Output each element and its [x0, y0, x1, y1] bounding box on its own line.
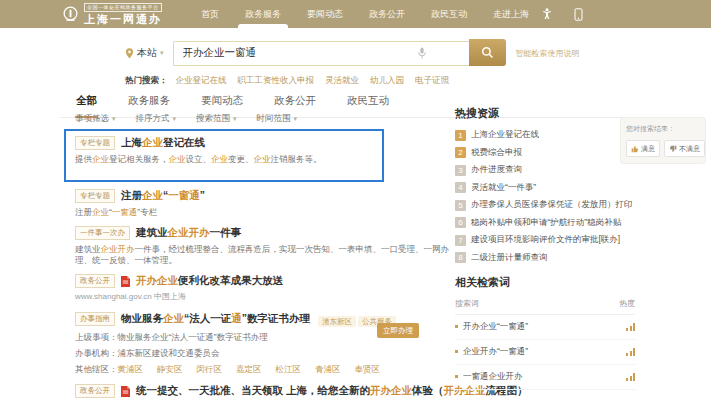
- regions-line: 其他辖区： 黄浦区静安区闵行区嘉定区松江区青浦区奉贤区: [75, 364, 453, 376]
- heat-bars-icon: [625, 323, 636, 331]
- search-scope-dropdown[interactable]: 本站 ▾: [125, 46, 164, 60]
- nav-item-home[interactable]: 首页: [188, 0, 232, 28]
- hot-resources-title: 热搜资源: [455, 106, 635, 121]
- nav-item-interaction[interactable]: 政民互动: [418, 0, 480, 28]
- logo-emblem-icon: [62, 6, 79, 23]
- satisfied-button[interactable]: 满意: [626, 140, 660, 157]
- top-header: 全国一体化在线政务服务平台 上海一网通办 首页 政务服务 要闻动态 政务公开 政…: [0, 0, 711, 28]
- rank-badge: 4: [455, 182, 466, 193]
- microphone-icon[interactable]: [417, 47, 427, 60]
- related-term-row[interactable]: 企业开办“一窗通”: [455, 340, 635, 365]
- rank-badge: 2: [455, 147, 466, 158]
- region-link[interactable]: 闵行区: [197, 364, 223, 376]
- result-item-2: 专栏专题 注册企业“一窗通” 注册企业“一窗通”专栏: [75, 189, 453, 218]
- result-type-badge: 专栏专题: [75, 136, 115, 150]
- highlight-box: 专栏专题 上海企业登记在线 提供企业登记相关服务，企业设立、企业变更、企业注销服…: [64, 129, 384, 182]
- rank-badge: 3: [455, 165, 466, 176]
- region-link[interactable]: 黄浦区: [118, 364, 144, 376]
- result-type-badge: 办事指南: [75, 312, 115, 326]
- rank-badge: 6: [455, 217, 466, 228]
- thumbs-up-icon: [631, 145, 639, 153]
- location-pin-icon: [125, 48, 134, 59]
- accessibility-icon[interactable]: [542, 8, 552, 20]
- result-url: www.shanghai.gov.cn 中国上海: [75, 291, 453, 302]
- result-type-badge: 一件事一次办: [75, 226, 130, 240]
- result-title[interactable]: 上海企业登记在线: [121, 136, 205, 150]
- hot-resource-item[interactable]: 6 稳岗补贴申领和申请“护航行动”稳岗补贴: [455, 217, 635, 229]
- filter-bar: 事项筛选▾ 排序方式▾ 搜索范围▾ 时间范围▾: [75, 113, 297, 125]
- term-column-header: 搜索词: [455, 298, 479, 309]
- heat-bars-icon: [625, 373, 636, 381]
- pdf-icon: [121, 276, 130, 287]
- hot-resource-item[interactable]: 8 二级注册计量师查询: [455, 252, 635, 264]
- hot-search-link[interactable]: 职工工资性收入申报: [238, 75, 315, 87]
- unsatisfied-button[interactable]: 不满意: [664, 140, 705, 157]
- hot-resource-item[interactable]: 1 上海企业登记在线: [455, 129, 635, 141]
- right-sidebar: 热搜资源 1 上海企业登记在线 2 税费综合申报 3 办件进度查询 4 灵活就业…: [455, 106, 635, 400]
- district-tag: 浦东新区: [318, 316, 356, 327]
- search-results: 专栏专题 上海企业登记在线 提供企业登记相关服务，企业设立、企业变更、企业注销服…: [75, 129, 453, 400]
- hot-resource-item[interactable]: 4 灵活就业“一件事”: [455, 182, 635, 194]
- nav-item-services[interactable]: 政务服务: [232, 0, 294, 28]
- region-link[interactable]: 奉贤区: [355, 364, 381, 376]
- nav-item-about-shanghai[interactable]: 走进上海: [480, 0, 542, 28]
- hot-resource-item[interactable]: 2 税费综合申报: [455, 147, 635, 159]
- result-title[interactable]: 注册企业“一窗通”: [121, 189, 205, 203]
- hot-resources-list: 1 上海企业登记在线 2 税费综合申报 3 办件进度查询 4 灵活就业“一件事”…: [455, 129, 635, 264]
- hot-resource-item[interactable]: 7 建设项目环境影响评价文件的审批[联办]: [455, 234, 635, 246]
- hot-search-link[interactable]: 灵活就业: [325, 75, 359, 87]
- chevron-down-icon: ▾: [233, 115, 237, 123]
- result-item-3: 一件事一次办 建筑业企业开办一件事 建筑业企业开办一件事，经过梳理整合、流程再造…: [75, 226, 453, 266]
- apply-now-button[interactable]: 立即办理: [377, 323, 419, 338]
- hot-search-link[interactable]: 企业登记在线: [176, 75, 227, 87]
- related-term-row[interactable]: 开办企业“一窗通”: [455, 315, 635, 340]
- site-name: 上海一网通办: [84, 14, 162, 25]
- result-item-1: 专栏专题 上海企业登记在线 提供企业登记相关服务，企业设立、企业变更、企业注销服…: [75, 136, 373, 165]
- chevron-down-icon: ▾: [160, 49, 164, 57]
- result-title[interactable]: 建筑业企业开办一件事: [136, 226, 241, 240]
- region-link[interactable]: 松江区: [276, 364, 302, 376]
- related-terms-title: 相关检索词: [455, 275, 635, 290]
- heat-column-header: 热度: [619, 298, 635, 309]
- rank-badge: 7: [455, 235, 466, 246]
- filter-scope[interactable]: 搜索范围▾: [196, 113, 237, 125]
- rank-badge: 1: [455, 130, 466, 141]
- hot-resource-item[interactable]: 3 办件进度查询: [455, 164, 635, 176]
- region-link[interactable]: 嘉定区: [236, 364, 262, 376]
- search-button[interactable]: [469, 39, 506, 66]
- region-link[interactable]: 青浦区: [315, 364, 341, 376]
- related-terms-section: 相关检索词 搜索词 热度 开办企业“一窗通” 企业开办“一窗通” 一窗通企业开办: [455, 275, 635, 390]
- agency-line: 办事机构：浦东新区建设和交通委员会: [75, 348, 453, 360]
- search-scope-label: 本站: [137, 46, 157, 60]
- mobile-icon[interactable]: [574, 8, 583, 21]
- hot-resource-item[interactable]: 5 办理参保人员医保参保凭证（发放用）打印: [455, 199, 635, 211]
- result-desc: 提供企业登记相关服务，企业设立、企业变更、企业注销服务等。: [75, 154, 373, 165]
- hot-search-link[interactable]: 电子证照: [415, 75, 449, 87]
- nav-item-news[interactable]: 要闻动态: [294, 0, 356, 28]
- related-term-row[interactable]: 一窗通企业开办: [455, 365, 635, 390]
- result-type-badge: 专栏专题: [75, 189, 115, 203]
- result-title[interactable]: 物业服务企业“法人一证通”数字证书办理: [121, 312, 310, 326]
- bullet-icon: [455, 375, 458, 378]
- site-logo[interactable]: 全国一体化在线政务服务平台 上海一网通办: [62, 3, 162, 25]
- main-nav: 首页 政务服务 要闻动态 政务公开 政民互动 走进上海: [188, 0, 542, 28]
- rank-badge: 5: [455, 200, 466, 211]
- result-item-6: 政务公开 统一提交、一天批准、当天领取 上海，给您全新的开办企业体验（开办企业流…: [75, 384, 453, 400]
- filter-time[interactable]: 时间范围▾: [257, 113, 298, 125]
- nav-item-disclosure[interactable]: 政务公开: [356, 0, 418, 28]
- filter-sort[interactable]: 排序方式▾: [136, 113, 177, 125]
- filter-item-type[interactable]: 事项筛选▾: [75, 113, 116, 125]
- heat-bars-icon: [625, 348, 636, 356]
- bullet-icon: [455, 325, 458, 328]
- chevron-down-icon: ▾: [294, 115, 298, 123]
- hot-search-link[interactable]: 幼儿入园: [370, 75, 404, 87]
- result-type-badge: 政务公开: [75, 274, 115, 288]
- smart-search-help-link[interactable]: 智能检索使用说明: [516, 48, 580, 59]
- region-link[interactable]: 静安区: [157, 364, 183, 376]
- thumbs-down-icon: [669, 145, 677, 153]
- hot-search-label: 热门搜索：: [125, 75, 168, 87]
- result-title[interactable]: 开办企业便利化改革成果大放送: [136, 274, 283, 288]
- search-feedback-box: 您对搜索结果： 满意 不满意: [620, 117, 706, 164]
- tab-interaction[interactable]: 政民互动: [345, 92, 391, 117]
- result-desc: 注册企业“一窗通”专栏: [75, 207, 453, 218]
